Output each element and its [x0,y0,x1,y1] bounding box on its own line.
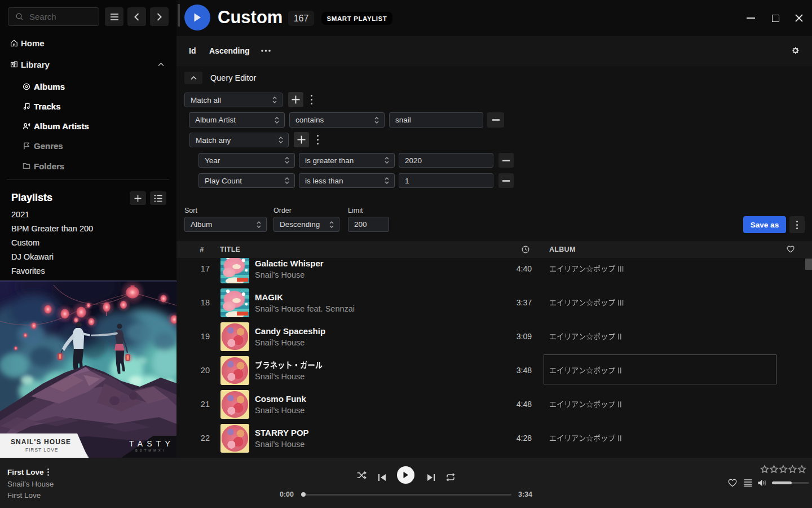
svg-text:SNAIL'S HOUSE: SNAIL'S HOUSE [11,438,71,446]
svg-text:FIRST LOVE: FIRST LOVE [25,447,58,453]
svg-text:TASTY: TASTY [129,439,174,448]
svg-text:BSTMMXI: BSTMMXI [135,449,166,452]
